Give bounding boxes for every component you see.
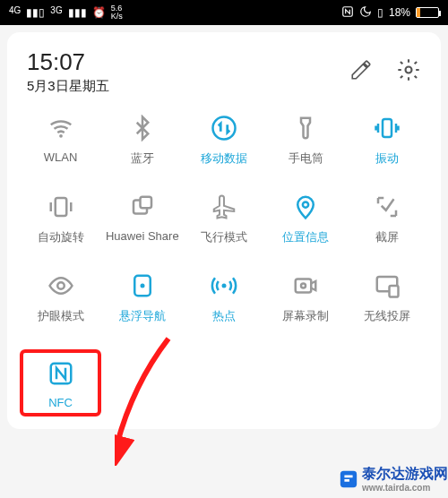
tile-wireless-projection[interactable]: 无线投屏 [347, 270, 428, 324]
battery-saver-icon: ▯ [377, 6, 383, 19]
tile-label: NFC [48, 396, 73, 409]
alarm-icon: ⏰ [92, 6, 106, 19]
tile-label: WLAN [44, 150, 78, 164]
settings-icon[interactable] [396, 57, 421, 86]
wifi-icon [41, 113, 81, 143]
datetime-block[interactable]: 15:07 5月3日星期五 [27, 48, 109, 95]
watermark: 泰尔达游戏网 www.tairda.com [339, 465, 448, 493]
time-label: 15:07 [27, 48, 109, 76]
eye-comfort-icon [41, 270, 81, 301]
tile-hotspot[interactable]: 热点 [183, 270, 264, 324]
svg-point-2 [59, 134, 63, 138]
network-4g-label: 4G [9, 5, 21, 21]
network-speed: 5.6 K/s [111, 4, 123, 21]
tile-airplane[interactable]: 飞行模式 [183, 192, 264, 245]
bluetooth-icon [123, 113, 162, 143]
tile-location[interactable]: 位置信息 [265, 192, 347, 245]
screen-record-icon [286, 270, 325, 301]
tile-auto-rotate[interactable]: 自动旋转 [20, 192, 101, 245]
tile-label: 屏幕录制 [282, 308, 329, 324]
tile-label: 截屏 [375, 229, 399, 245]
network-3g-label: 3G [50, 5, 62, 21]
tile-label: 自动旋转 [38, 229, 84, 245]
svg-point-14 [301, 284, 306, 288]
huawei-share-icon [123, 192, 162, 222]
status-left: 4G ▮▮▯ 3G ▮▮▮ ⏰ 5.6 K/s [9, 4, 123, 21]
watermark-text: 泰尔达游戏网 [362, 465, 448, 484]
floating-nav-icon [123, 270, 162, 301]
tile-label: 悬浮导航 [119, 308, 166, 324]
tile-vibrate[interactable]: 振动 [347, 113, 428, 167]
svg-point-11 [140, 284, 144, 288]
airplane-icon [204, 192, 244, 222]
date-label: 5月3日星期五 [27, 78, 109, 95]
panel-header: 15:07 5月3日星期五 [20, 48, 428, 95]
tile-label: 热点 [212, 308, 236, 324]
wireless-projection-icon [367, 270, 407, 301]
svg-rect-5 [55, 198, 66, 216]
tile-label: 护眼模式 [38, 308, 84, 324]
auto-rotate-icon [41, 192, 81, 222]
svg-rect-16 [390, 286, 399, 297]
svg-point-12 [221, 284, 226, 288]
tile-label: 位置信息 [282, 229, 329, 245]
tile-label: 手电筒 [289, 150, 323, 167]
screenshot-icon [367, 192, 407, 222]
svg-rect-7 [140, 197, 151, 209]
tile-bluetooth[interactable]: 蓝牙 [101, 113, 183, 167]
tile-mobile-data[interactable]: 移动数据 [183, 113, 264, 167]
tile-label: 振动 [375, 150, 399, 167]
tile-flashlight[interactable]: 手电筒 [265, 113, 347, 167]
tiles-grid: WLAN 蓝牙 移动数据 手电筒 振动 [20, 113, 428, 416]
location-icon [286, 192, 325, 222]
header-actions [349, 57, 421, 86]
edit-icon[interactable] [349, 58, 373, 85]
tile-label: 飞行模式 [201, 229, 247, 245]
vibrate-icon [367, 113, 407, 143]
battery-percent: 18% [389, 6, 410, 19]
tile-label: 移动数据 [201, 150, 247, 167]
quick-settings-panel: 15:07 5月3日星期五 WLAN 蓝牙 [7, 32, 441, 429]
svg-point-3 [212, 117, 235, 140]
svg-rect-13 [296, 279, 312, 293]
tile-label: 蓝牙 [131, 150, 154, 167]
tile-screen-record[interactable]: 屏幕录制 [265, 270, 347, 324]
mobile-data-icon [204, 113, 244, 143]
tile-eye-comfort[interactable]: 护眼模式 [20, 270, 101, 324]
signal-bars-1-icon: ▮▮▯ [26, 6, 45, 19]
svg-point-1 [406, 67, 412, 73]
dnd-icon [359, 5, 372, 21]
nfc-status-icon [341, 5, 354, 21]
nfc-icon [41, 358, 81, 389]
signal-bars-2-icon: ▮▮▮ [68, 6, 87, 19]
tile-label: 无线投屏 [364, 308, 410, 324]
tile-floating-nav[interactable]: 悬浮导航 [101, 270, 183, 324]
tile-wlan[interactable]: WLAN [20, 113, 101, 167]
watermark-logo-icon [339, 469, 358, 489]
tile-huawei-share[interactable]: Huawei Share [101, 192, 183, 245]
watermark-url: www.tairda.com [362, 484, 448, 493]
status-right: ▯ 18% [341, 5, 439, 21]
tile-nfc[interactable]: NFC [20, 349, 101, 416]
svg-point-9 [57, 282, 65, 289]
hotspot-icon [204, 270, 244, 301]
battery-icon [416, 7, 439, 18]
status-bar: 4G ▮▮▯ 3G ▮▮▮ ⏰ 5.6 K/s ▯ 18% [0, 0, 448, 25]
flashlight-icon [286, 113, 325, 143]
svg-rect-4 [383, 119, 392, 137]
tile-label: Huawei Share [106, 229, 179, 243]
svg-point-8 [303, 202, 308, 207]
tile-screenshot[interactable]: 截屏 [347, 192, 428, 245]
